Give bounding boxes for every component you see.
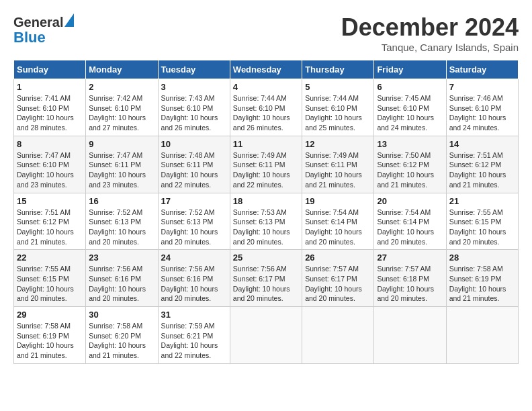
calendar-cell: 9Sunrise: 7:47 AM Sunset: 6:11 PM Daylig… (86, 136, 158, 193)
calendar-week-1: 1Sunrise: 7:41 AM Sunset: 6:10 PM Daylig… (14, 79, 519, 136)
day-info: Sunrise: 7:47 AM Sunset: 6:10 PM Dayligh… (17, 150, 83, 190)
day-number: 28 (449, 253, 515, 263)
logo: General Blue (13, 13, 74, 46)
day-info: Sunrise: 7:52 AM Sunset: 6:13 PM Dayligh… (161, 208, 227, 247)
day-info: Sunrise: 7:57 AM Sunset: 6:17 PM Dayligh… (305, 264, 371, 304)
day-number: 20 (377, 196, 443, 206)
day-info: Sunrise: 7:49 AM Sunset: 6:11 PM Dayligh… (305, 150, 371, 190)
calendar-cell: 19Sunrise: 7:54 AM Sunset: 6:14 PM Dayli… (302, 193, 374, 250)
page-header: General Blue December 2024 Tanque, Canar… (13, 13, 519, 53)
day-number: 18 (233, 196, 299, 206)
calendar-cell: 18Sunrise: 7:53 AM Sunset: 6:13 PM Dayli… (230, 193, 302, 250)
calendar-cell: 10Sunrise: 7:48 AM Sunset: 6:11 PM Dayli… (158, 136, 230, 193)
day-info: Sunrise: 7:51 AM Sunset: 6:12 PM Dayligh… (449, 150, 515, 190)
day-info: Sunrise: 7:46 AM Sunset: 6:10 PM Dayligh… (449, 93, 515, 133)
calendar-cell: 31Sunrise: 7:59 AM Sunset: 6:21 PM Dayli… (158, 307, 230, 364)
day-info: Sunrise: 7:55 AM Sunset: 6:15 PM Dayligh… (449, 208, 515, 247)
day-number: 2 (89, 82, 154, 92)
day-number: 31 (161, 310, 227, 320)
day-number: 9 (89, 139, 154, 149)
day-info: Sunrise: 7:54 AM Sunset: 6:14 PM Dayligh… (305, 208, 371, 247)
day-header-tuesday: Tuesday (158, 60, 230, 79)
day-number: 7 (449, 82, 515, 92)
day-number: 27 (377, 253, 443, 263)
day-number: 1 (17, 82, 83, 92)
day-number: 29 (17, 310, 83, 320)
calendar-cell: 26Sunrise: 7:57 AM Sunset: 6:17 PM Dayli… (302, 250, 374, 307)
day-number: 12 (305, 139, 371, 149)
location-subtitle: Tanque, Canary Islands, Spain (341, 42, 519, 53)
calendar-cell (302, 307, 374, 364)
day-info: Sunrise: 7:42 AM Sunset: 6:10 PM Dayligh… (89, 93, 154, 133)
day-number: 21 (449, 196, 515, 206)
calendar-cell (374, 307, 446, 364)
calendar-cell: 16Sunrise: 7:52 AM Sunset: 6:13 PM Dayli… (86, 193, 158, 250)
day-header-sunday: Sunday (14, 60, 86, 79)
day-header-friday: Friday (374, 60, 446, 79)
calendar-cell: 11Sunrise: 7:49 AM Sunset: 6:11 PM Dayli… (230, 136, 302, 193)
day-info: Sunrise: 7:44 AM Sunset: 6:10 PM Dayligh… (233, 93, 299, 133)
day-number: 16 (89, 196, 154, 206)
calendar-cell: 4Sunrise: 7:44 AM Sunset: 6:10 PM Daylig… (230, 79, 302, 136)
day-info: Sunrise: 7:41 AM Sunset: 6:10 PM Dayligh… (17, 93, 83, 133)
day-header-thursday: Thursday (302, 60, 374, 79)
calendar-table: SundayMondayTuesdayWednesdayThursdayFrid… (13, 60, 519, 364)
day-number: 22 (17, 253, 83, 263)
calendar-cell: 15Sunrise: 7:51 AM Sunset: 6:12 PM Dayli… (14, 193, 86, 250)
calendar-cell: 5Sunrise: 7:44 AM Sunset: 6:10 PM Daylig… (302, 79, 374, 136)
day-number: 17 (161, 196, 227, 206)
calendar-cell: 28Sunrise: 7:58 AM Sunset: 6:19 PM Dayli… (446, 250, 518, 307)
title-area: December 2024 Tanque, Canary Islands, Sp… (341, 13, 519, 53)
calendar-cell: 25Sunrise: 7:56 AM Sunset: 6:17 PM Dayli… (230, 250, 302, 307)
calendar-cell: 21Sunrise: 7:55 AM Sunset: 6:15 PM Dayli… (446, 193, 518, 250)
day-info: Sunrise: 7:52 AM Sunset: 6:13 PM Dayligh… (89, 208, 154, 247)
calendar-cell: 23Sunrise: 7:56 AM Sunset: 6:16 PM Dayli… (86, 250, 158, 307)
day-info: Sunrise: 7:58 AM Sunset: 6:19 PM Dayligh… (17, 321, 83, 361)
day-number: 11 (233, 139, 299, 149)
calendar-cell: 13Sunrise: 7:50 AM Sunset: 6:12 PM Dayli… (374, 136, 446, 193)
day-info: Sunrise: 7:56 AM Sunset: 6:17 PM Dayligh… (233, 264, 299, 304)
day-info: Sunrise: 7:55 AM Sunset: 6:15 PM Dayligh… (17, 264, 83, 304)
day-info: Sunrise: 7:57 AM Sunset: 6:18 PM Dayligh… (377, 264, 443, 304)
day-number: 10 (161, 139, 227, 149)
day-info: Sunrise: 7:47 AM Sunset: 6:11 PM Dayligh… (89, 150, 154, 190)
day-number: 30 (89, 310, 154, 320)
calendar-cell: 14Sunrise: 7:51 AM Sunset: 6:12 PM Dayli… (446, 136, 518, 193)
day-info: Sunrise: 7:56 AM Sunset: 6:16 PM Dayligh… (89, 264, 154, 304)
day-number: 23 (89, 253, 154, 263)
day-info: Sunrise: 7:58 AM Sunset: 6:20 PM Dayligh… (89, 321, 154, 361)
day-info: Sunrise: 7:59 AM Sunset: 6:21 PM Dayligh… (161, 321, 227, 361)
day-number: 26 (305, 253, 371, 263)
day-info: Sunrise: 7:45 AM Sunset: 6:10 PM Dayligh… (377, 93, 443, 133)
day-number: 6 (377, 82, 443, 92)
day-info: Sunrise: 7:49 AM Sunset: 6:11 PM Dayligh… (233, 150, 299, 190)
calendar-week-2: 8Sunrise: 7:47 AM Sunset: 6:10 PM Daylig… (14, 136, 519, 193)
day-number: 4 (233, 82, 299, 92)
day-header-monday: Monday (86, 60, 158, 79)
day-number: 8 (17, 139, 83, 149)
logo-text: General Blue (13, 13, 74, 46)
day-info: Sunrise: 7:58 AM Sunset: 6:19 PM Dayligh… (449, 264, 515, 304)
day-info: Sunrise: 7:56 AM Sunset: 6:16 PM Dayligh… (161, 264, 227, 304)
calendar-cell: 2Sunrise: 7:42 AM Sunset: 6:10 PM Daylig… (86, 79, 158, 136)
day-header-wednesday: Wednesday (230, 60, 302, 79)
calendar-cell (446, 307, 518, 364)
calendar-week-5: 29Sunrise: 7:58 AM Sunset: 6:19 PM Dayli… (14, 307, 519, 364)
calendar-week-4: 22Sunrise: 7:55 AM Sunset: 6:15 PM Dayli… (14, 250, 519, 307)
month-title: December 2024 (341, 13, 519, 42)
calendar-cell: 3Sunrise: 7:43 AM Sunset: 6:10 PM Daylig… (158, 79, 230, 136)
day-info: Sunrise: 7:53 AM Sunset: 6:13 PM Dayligh… (233, 208, 299, 247)
calendar-week-3: 15Sunrise: 7:51 AM Sunset: 6:12 PM Dayli… (14, 193, 519, 250)
day-info: Sunrise: 7:44 AM Sunset: 6:10 PM Dayligh… (305, 93, 371, 133)
calendar-cell: 20Sunrise: 7:54 AM Sunset: 6:14 PM Dayli… (374, 193, 446, 250)
day-number: 3 (161, 82, 227, 92)
calendar-cell (230, 307, 302, 364)
calendar-cell: 8Sunrise: 7:47 AM Sunset: 6:10 PM Daylig… (14, 136, 86, 193)
calendar-cell: 30Sunrise: 7:58 AM Sunset: 6:20 PM Dayli… (86, 307, 158, 364)
calendar-cell: 29Sunrise: 7:58 AM Sunset: 6:19 PM Dayli… (14, 307, 86, 364)
day-number: 25 (233, 253, 299, 263)
calendar-body: 1Sunrise: 7:41 AM Sunset: 6:10 PM Daylig… (14, 79, 519, 364)
calendar-cell: 1Sunrise: 7:41 AM Sunset: 6:10 PM Daylig… (14, 79, 86, 136)
calendar-cell: 17Sunrise: 7:52 AM Sunset: 6:13 PM Dayli… (158, 193, 230, 250)
calendar-cell: 6Sunrise: 7:45 AM Sunset: 6:10 PM Daylig… (374, 79, 446, 136)
